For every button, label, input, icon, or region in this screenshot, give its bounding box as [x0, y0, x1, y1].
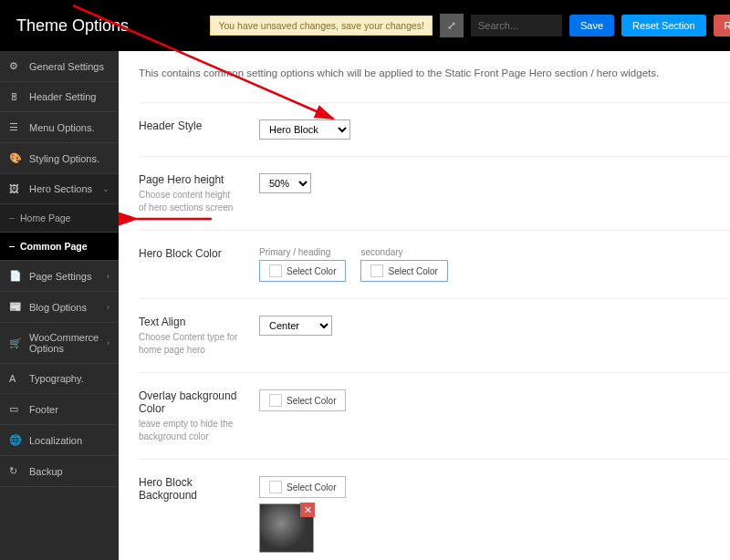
hero-block-bg-label: Hero Block Background	[139, 476, 239, 502]
blog-icon: 📰	[9, 301, 22, 313]
option-item[interactable]: ▭Footer	[0, 394, 119, 425]
search-input[interactable]	[471, 15, 562, 36]
remove-image-icon[interactable]: ✕	[300, 503, 315, 517]
option-label: Header Setting	[29, 91, 96, 102]
page-hero-height-select[interactable]: 50%	[259, 173, 311, 193]
panel-intro: This contains common setting options whi…	[139, 67, 730, 78]
option-label: Backup	[29, 466, 63, 477]
reset-all-button[interactable]: Reset All	[714, 15, 730, 36]
option-label: Styling Options.	[29, 153, 99, 164]
primary-color-button[interactable]: Select Color	[259, 260, 346, 282]
font-icon: A	[9, 373, 22, 384]
header-style-select[interactable]: Hero Block	[259, 119, 350, 140]
gear-icon: ⚙	[9, 60, 22, 72]
option-label: Page Settings	[29, 271, 92, 282]
hero-block-color-label: Hero Block Color	[139, 247, 239, 260]
backup-icon: ↻	[9, 465, 22, 477]
chevron-icon: ›	[107, 272, 110, 281]
option-label: Blog Options	[29, 302, 87, 313]
option-item[interactable]: 🌐Localization	[0, 425, 119, 456]
hero-bg-color-button[interactable]: Select Color	[259, 476, 346, 498]
header-style-label: Header Style	[139, 119, 239, 132]
chevron-icon: ›	[107, 303, 110, 312]
option-label: Hero Sections	[29, 183, 92, 194]
palette-icon: 🎨	[9, 152, 22, 164]
settings-panel: This contains common setting options whi…	[119, 51, 730, 560]
text-align-desc: Choose Content type for home page hero	[139, 331, 239, 356]
page-hero-height-desc: Choose content height of hero sections s…	[139, 189, 239, 213]
topbar: Theme Options You have unsaved changes, …	[0, 0, 730, 51]
option-item[interactable]: ⚙General Settings	[0, 51, 119, 82]
page-hero-height-label: Page Hero height	[139, 173, 239, 186]
option-sub-item[interactable]: Common Page	[0, 233, 119, 261]
swatch-icon	[269, 481, 282, 493]
options-sidebar: ⚙General Settings🎚Header Setting☰Menu Op…	[0, 51, 119, 560]
chevron-icon: ⌄	[102, 184, 110, 193]
text-align-select[interactable]: Center	[259, 316, 332, 336]
option-item[interactable]: ☰Menu Options.	[0, 112, 119, 143]
overlay-bg-desc: leave empty to hide the background color	[139, 418, 239, 442]
option-sub-item[interactable]: Home Page	[0, 204, 119, 233]
overlay-color-button[interactable]: Select Color	[259, 389, 346, 411]
unsaved-warning: You have unsaved changes, save your chan…	[210, 16, 433, 36]
secondary-color-button[interactable]: Select Color	[360, 260, 447, 282]
option-item[interactable]: 🎚Header Setting	[0, 82, 119, 112]
option-label: Menu Options.	[29, 122, 95, 133]
chevron-icon: ›	[107, 338, 110, 347]
option-label: Typography.	[29, 373, 84, 384]
secondary-label: secondary	[360, 247, 447, 257]
cart-icon: 🛒	[9, 337, 22, 349]
option-item[interactable]: 🛒WooCommerce Options›	[0, 323, 119, 364]
footer-icon: ▭	[9, 403, 22, 415]
swatch-icon	[269, 264, 282, 277]
sliders-icon: 🎚	[9, 91, 22, 102]
option-item[interactable]: ↻Backup	[0, 456, 119, 487]
primary-heading-label: Primary / heading	[259, 247, 346, 257]
reset-section-button[interactable]: Reset Section	[621, 15, 705, 36]
option-item[interactable]: 📄Page Settings›	[0, 261, 119, 292]
globe-icon: 🌐	[9, 434, 22, 446]
save-button[interactable]: Save	[569, 15, 614, 36]
overlay-bg-label: Overlay background Color	[139, 389, 239, 415]
option-item[interactable]: 🖼Hero Sections⌄	[0, 174, 119, 204]
option-item[interactable]: 🎨Styling Options.	[0, 143, 119, 174]
hero-bg-thumbnail[interactable]: ✕	[259, 503, 314, 553]
swatch-icon	[269, 394, 282, 407]
option-label: General Settings	[29, 61, 104, 72]
swatch-icon	[370, 264, 383, 277]
option-item[interactable]: ATypography.	[0, 364, 119, 394]
option-item[interactable]: 📰Blog Options›	[0, 292, 119, 323]
option-label: Localization	[29, 435, 82, 446]
option-label: WooCommerce Options	[29, 332, 99, 354]
menu-icon: ☰	[9, 121, 22, 133]
image-icon: 🖼	[9, 183, 22, 194]
page-title: Theme Options	[16, 16, 129, 36]
option-label: Footer	[29, 404, 58, 415]
expand-icon[interactable]: ⤢	[440, 14, 464, 37]
page-icon: 📄	[9, 270, 22, 282]
text-align-label: Text Align	[139, 316, 239, 328]
